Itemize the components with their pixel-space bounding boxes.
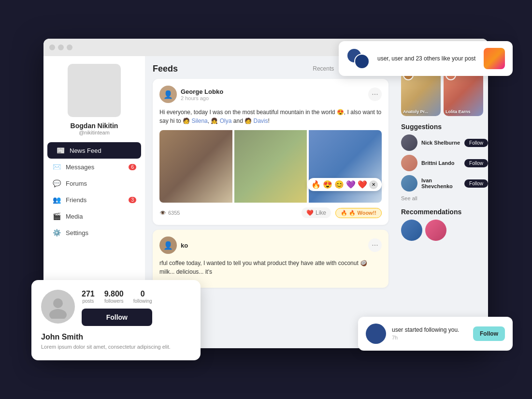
suggestion-nick: Nick Shelburne Follow — [401, 134, 488, 151]
forums-icon: 💬 — [52, 179, 61, 187]
browser-dot-yellow — [58, 44, 64, 50]
wow-icon: 🔥 — [341, 210, 347, 216]
wow-button[interactable]: 🔥 🔥 Woow!! — [335, 208, 382, 218]
popup-stat-followers: 9.800 followers — [104, 290, 124, 304]
post-image-2 — [234, 130, 307, 203]
story-label-1: Anatoly Pr... — [403, 109, 439, 114]
post-view-stats: 👁️ 6355 — [159, 210, 180, 216]
post-footer: 👁️ 6355 ❤️ Like 💬 Comment — [159, 207, 382, 218]
followers-label: followers — [104, 298, 124, 304]
notif-text-top: user, user and 23 others like your post — [377, 55, 478, 63]
follow-nick-button[interactable]: Follow — [464, 139, 488, 147]
profile-popup-top: 271 posts 9.800 followers 0 following Fo… — [41, 290, 191, 326]
news-feed-icon: 📰 — [56, 147, 65, 154]
suggestion-brittni: Brittni Lando Follow — [401, 155, 488, 171]
post-time: 2 hours ago — [181, 95, 223, 101]
views-icon: 👁️ — [159, 210, 166, 216]
posts-count: 271 — [82, 290, 95, 298]
nav-label-settings: Settings — [66, 229, 88, 236]
recommendations-section: Recommendations — [401, 208, 488, 241]
reaction-close-button[interactable]: ✕ — [369, 180, 378, 189]
popup-stat-following: 0 following — [133, 290, 152, 304]
rec-avatar-2[interactable] — [425, 220, 446, 241]
suggestion-ivan: Ivan Shevchenko Follow — [401, 175, 488, 192]
following-count: 0 — [133, 290, 152, 298]
sidebar-item-forums[interactable]: 💬 Forums — [43, 175, 145, 192]
suggestions-section: Suggestions Nick Shelburne Follow Brittn… — [401, 123, 488, 201]
media-icon: 🎬 — [52, 212, 61, 220]
post2-text: rful coffee today, I wanted to tell you … — [159, 259, 382, 276]
mention-davis[interactable]: Davis — [254, 118, 268, 124]
ivan-avatar — [401, 175, 417, 192]
post-card-george: 👤 George Lobko 2 hours ago ··· Hi everyo… — [153, 79, 388, 225]
heart-icon: ❤️ — [306, 209, 314, 216]
follow-ivan-button[interactable]: Follow — [464, 179, 488, 188]
post-text: Hi everyone, today I was on the most bea… — [159, 108, 382, 125]
nick-name: Nick Shelburne — [421, 140, 460, 146]
profile-avatar — [68, 64, 121, 117]
like-label: Like — [316, 209, 326, 216]
sidebar-item-messages[interactable]: ✉️ Messages 6 — [43, 159, 145, 175]
posts-label: posts — [82, 298, 95, 304]
sidebar-item-friends[interactable]: 👥 Friends 3 — [43, 192, 145, 208]
mention-silena[interactable]: Silena — [191, 118, 207, 124]
notif-avatars-top — [346, 48, 372, 69]
popup-stats: 271 posts 9.800 followers 0 following — [82, 290, 152, 304]
see-all-link[interactable]: See all — [401, 195, 488, 201]
brittni-avatar — [401, 155, 417, 171]
post2-menu-button[interactable]: ··· — [368, 238, 382, 252]
following-label: following — [133, 298, 152, 304]
emoji-fire: 🔥 — [311, 180, 321, 189]
notification-card-bottom: user started following you. 7h Follow — [358, 317, 513, 351]
post2-author: 👤 ko — [159, 236, 188, 254]
messages-icon: ✉️ — [52, 163, 61, 171]
svg-point-0 — [53, 298, 63, 308]
rec-avatar-1[interactable] — [401, 220, 422, 241]
svg-point-1 — [49, 309, 67, 319]
sidebar-item-settings[interactable]: ⚙️ Settings — [43, 224, 145, 241]
post-header: 👤 George Lobko 2 hours ago ··· — [159, 86, 382, 103]
nav-label-messages: Messages — [66, 163, 94, 171]
popup-user-name: John Smith — [41, 333, 191, 341]
settings-icon: ⚙️ — [52, 229, 61, 236]
post-author-avatar: 👤 — [159, 86, 177, 103]
feeds-title: Feeds — [153, 64, 178, 74]
story-label-2: Lolita Earns — [446, 109, 481, 114]
right-sidebar: Stories Anatoly Pr... Lolita Earns — [396, 56, 488, 348]
post-author-info: 👤 George Lobko 2 hours ago — [159, 86, 223, 103]
emoji-purple-heart: 💜 — [346, 180, 356, 189]
notif-text-bottom: user started following you. 7h — [392, 326, 467, 341]
post2-avatar: 👤 — [159, 236, 177, 254]
follow-brittni-button[interactable]: Follow — [464, 159, 488, 167]
popup-avatar — [41, 290, 75, 324]
sidebar-item-media[interactable]: 🎬 Media — [43, 208, 145, 224]
wow-label: 🔥 Woow!! — [349, 210, 376, 216]
post-author-name: George Lobko — [181, 88, 223, 95]
messages-badge: 6 — [129, 164, 136, 170]
mention-olya[interactable]: Olya — [220, 118, 232, 124]
avatar-icon — [46, 295, 70, 319]
emoji-smile: 😊 — [334, 180, 344, 189]
followers-count: 9.800 — [104, 290, 124, 298]
friends-icon: 👥 — [52, 196, 61, 204]
popup-stat-posts: 271 posts — [82, 290, 95, 304]
post-menu-button[interactable]: ··· — [368, 88, 382, 101]
post2-author-details: ko — [181, 242, 188, 249]
like-button[interactable]: ❤️ Like — [302, 207, 331, 218]
sidebar-item-news-feed[interactable]: 📰 News Feed — [47, 142, 141, 159]
post-image-1 — [159, 130, 232, 203]
post-images — [159, 130, 382, 203]
emoji-heart-eyes: 😍 — [323, 180, 332, 189]
nav-label-media: Media — [66, 213, 83, 220]
follow-notif-button[interactable]: Follow — [473, 326, 505, 341]
nav-label-friends: Friends — [66, 196, 86, 204]
post2-header: 👤 ko ··· — [159, 236, 382, 254]
friends-badge: 3 — [129, 197, 136, 203]
post-image-3 — [309, 130, 382, 203]
tab-recents[interactable]: Recents — [313, 65, 334, 73]
popup-stats-container: 271 posts 9.800 followers 0 following Fo… — [82, 290, 152, 326]
notif-avatar-top-2 — [354, 54, 370, 69]
profile-handle: @nikitinteam — [79, 130, 110, 135]
notification-card-top: user, user and 23 others like your post — [339, 41, 513, 76]
popup-follow-button[interactable]: Follow — [82, 309, 152, 326]
